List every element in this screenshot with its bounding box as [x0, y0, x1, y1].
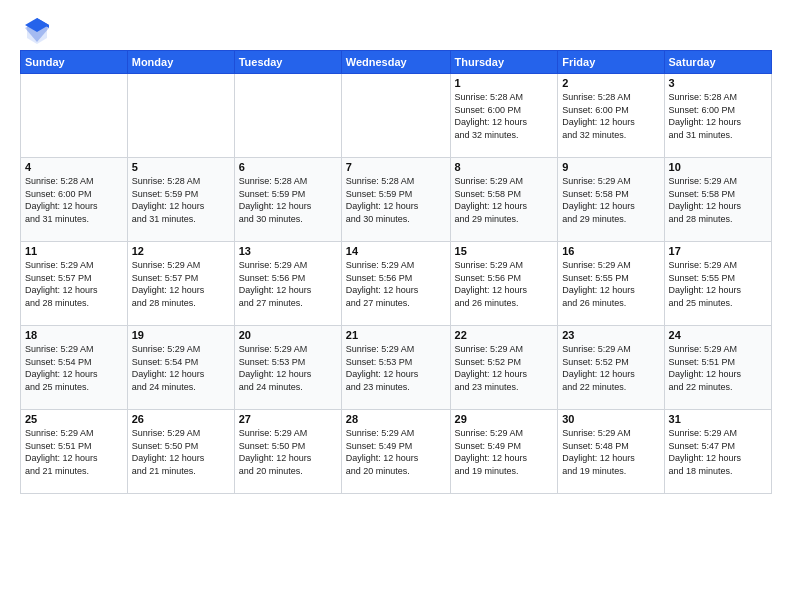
day-number: 10 — [669, 161, 767, 173]
calendar-cell: 26Sunrise: 5:29 AM Sunset: 5:50 PM Dayli… — [127, 410, 234, 494]
day-number: 28 — [346, 413, 446, 425]
day-info: Sunrise: 5:28 AM Sunset: 5:59 PM Dayligh… — [239, 175, 337, 225]
day-number: 19 — [132, 329, 230, 341]
week-row-3: 11Sunrise: 5:29 AM Sunset: 5:57 PM Dayli… — [21, 242, 772, 326]
day-number: 21 — [346, 329, 446, 341]
week-row-5: 25Sunrise: 5:29 AM Sunset: 5:51 PM Dayli… — [21, 410, 772, 494]
week-row-2: 4Sunrise: 5:28 AM Sunset: 6:00 PM Daylig… — [21, 158, 772, 242]
calendar-cell: 6Sunrise: 5:28 AM Sunset: 5:59 PM Daylig… — [234, 158, 341, 242]
day-number: 2 — [562, 77, 659, 89]
calendar-cell: 15Sunrise: 5:29 AM Sunset: 5:56 PM Dayli… — [450, 242, 558, 326]
calendar-cell: 10Sunrise: 5:29 AM Sunset: 5:58 PM Dayli… — [664, 158, 771, 242]
day-number: 26 — [132, 413, 230, 425]
day-number: 30 — [562, 413, 659, 425]
day-number: 17 — [669, 245, 767, 257]
day-info: Sunrise: 5:29 AM Sunset: 5:53 PM Dayligh… — [239, 343, 337, 393]
day-info: Sunrise: 5:29 AM Sunset: 5:58 PM Dayligh… — [455, 175, 554, 225]
day-info: Sunrise: 5:29 AM Sunset: 5:50 PM Dayligh… — [239, 427, 337, 477]
calendar-cell: 1Sunrise: 5:28 AM Sunset: 6:00 PM Daylig… — [450, 74, 558, 158]
day-info: Sunrise: 5:29 AM Sunset: 5:53 PM Dayligh… — [346, 343, 446, 393]
day-info: Sunrise: 5:29 AM Sunset: 5:48 PM Dayligh… — [562, 427, 659, 477]
week-row-1: 1Sunrise: 5:28 AM Sunset: 6:00 PM Daylig… — [21, 74, 772, 158]
day-info: Sunrise: 5:29 AM Sunset: 5:56 PM Dayligh… — [455, 259, 554, 309]
day-info: Sunrise: 5:29 AM Sunset: 5:55 PM Dayligh… — [669, 259, 767, 309]
calendar-cell: 3Sunrise: 5:28 AM Sunset: 6:00 PM Daylig… — [664, 74, 771, 158]
calendar-cell: 30Sunrise: 5:29 AM Sunset: 5:48 PM Dayli… — [558, 410, 664, 494]
day-number: 15 — [455, 245, 554, 257]
day-number: 23 — [562, 329, 659, 341]
day-number: 18 — [25, 329, 123, 341]
day-info: Sunrise: 5:29 AM Sunset: 5:54 PM Dayligh… — [25, 343, 123, 393]
calendar-cell: 18Sunrise: 5:29 AM Sunset: 5:54 PM Dayli… — [21, 326, 128, 410]
day-number: 4 — [25, 161, 123, 173]
day-number: 6 — [239, 161, 337, 173]
calendar-cell: 20Sunrise: 5:29 AM Sunset: 5:53 PM Dayli… — [234, 326, 341, 410]
weekday-header-tuesday: Tuesday — [234, 51, 341, 74]
page-header — [20, 16, 772, 40]
calendar-cell: 11Sunrise: 5:29 AM Sunset: 5:57 PM Dayli… — [21, 242, 128, 326]
calendar-cell: 2Sunrise: 5:28 AM Sunset: 6:00 PM Daylig… — [558, 74, 664, 158]
day-info: Sunrise: 5:28 AM Sunset: 6:00 PM Dayligh… — [455, 91, 554, 141]
day-number: 25 — [25, 413, 123, 425]
day-number: 11 — [25, 245, 123, 257]
calendar-cell: 29Sunrise: 5:29 AM Sunset: 5:49 PM Dayli… — [450, 410, 558, 494]
weekday-header-wednesday: Wednesday — [341, 51, 450, 74]
calendar-cell: 14Sunrise: 5:29 AM Sunset: 5:56 PM Dayli… — [341, 242, 450, 326]
calendar-cell — [234, 74, 341, 158]
calendar-cell: 5Sunrise: 5:28 AM Sunset: 5:59 PM Daylig… — [127, 158, 234, 242]
calendar-cell — [341, 74, 450, 158]
day-info: Sunrise: 5:29 AM Sunset: 5:50 PM Dayligh… — [132, 427, 230, 477]
day-info: Sunrise: 5:29 AM Sunset: 5:52 PM Dayligh… — [455, 343, 554, 393]
weekday-header-sunday: Sunday — [21, 51, 128, 74]
calendar-cell: 8Sunrise: 5:29 AM Sunset: 5:58 PM Daylig… — [450, 158, 558, 242]
day-info: Sunrise: 5:29 AM Sunset: 5:55 PM Dayligh… — [562, 259, 659, 309]
week-row-4: 18Sunrise: 5:29 AM Sunset: 5:54 PM Dayli… — [21, 326, 772, 410]
day-info: Sunrise: 5:28 AM Sunset: 6:00 PM Dayligh… — [562, 91, 659, 141]
day-number: 14 — [346, 245, 446, 257]
calendar-cell: 31Sunrise: 5:29 AM Sunset: 5:47 PM Dayli… — [664, 410, 771, 494]
calendar-cell: 16Sunrise: 5:29 AM Sunset: 5:55 PM Dayli… — [558, 242, 664, 326]
day-info: Sunrise: 5:29 AM Sunset: 5:57 PM Dayligh… — [25, 259, 123, 309]
calendar-cell: 28Sunrise: 5:29 AM Sunset: 5:49 PM Dayli… — [341, 410, 450, 494]
day-info: Sunrise: 5:29 AM Sunset: 5:49 PM Dayligh… — [455, 427, 554, 477]
day-info: Sunrise: 5:29 AM Sunset: 5:49 PM Dayligh… — [346, 427, 446, 477]
calendar-cell: 12Sunrise: 5:29 AM Sunset: 5:57 PM Dayli… — [127, 242, 234, 326]
day-info: Sunrise: 5:29 AM Sunset: 5:54 PM Dayligh… — [132, 343, 230, 393]
day-number: 12 — [132, 245, 230, 257]
calendar-cell: 23Sunrise: 5:29 AM Sunset: 5:52 PM Dayli… — [558, 326, 664, 410]
weekday-header-friday: Friday — [558, 51, 664, 74]
weekday-header-saturday: Saturday — [664, 51, 771, 74]
day-number: 13 — [239, 245, 337, 257]
day-number: 3 — [669, 77, 767, 89]
day-info: Sunrise: 5:29 AM Sunset: 5:56 PM Dayligh… — [346, 259, 446, 309]
day-number: 5 — [132, 161, 230, 173]
day-info: Sunrise: 5:28 AM Sunset: 6:00 PM Dayligh… — [669, 91, 767, 141]
day-number: 7 — [346, 161, 446, 173]
calendar-cell: 22Sunrise: 5:29 AM Sunset: 5:52 PM Dayli… — [450, 326, 558, 410]
calendar-cell: 13Sunrise: 5:29 AM Sunset: 5:56 PM Dayli… — [234, 242, 341, 326]
day-info: Sunrise: 5:28 AM Sunset: 5:59 PM Dayligh… — [346, 175, 446, 225]
weekday-header-row: SundayMondayTuesdayWednesdayThursdayFrid… — [21, 51, 772, 74]
calendar-cell — [21, 74, 128, 158]
day-number: 31 — [669, 413, 767, 425]
calendar-cell: 9Sunrise: 5:29 AM Sunset: 5:58 PM Daylig… — [558, 158, 664, 242]
calendar-cell: 19Sunrise: 5:29 AM Sunset: 5:54 PM Dayli… — [127, 326, 234, 410]
day-info: Sunrise: 5:29 AM Sunset: 5:51 PM Dayligh… — [669, 343, 767, 393]
day-info: Sunrise: 5:29 AM Sunset: 5:51 PM Dayligh… — [25, 427, 123, 477]
day-number: 24 — [669, 329, 767, 341]
calendar-cell: 24Sunrise: 5:29 AM Sunset: 5:51 PM Dayli… — [664, 326, 771, 410]
calendar-cell: 17Sunrise: 5:29 AM Sunset: 5:55 PM Dayli… — [664, 242, 771, 326]
day-info: Sunrise: 5:28 AM Sunset: 6:00 PM Dayligh… — [25, 175, 123, 225]
weekday-header-monday: Monday — [127, 51, 234, 74]
day-info: Sunrise: 5:29 AM Sunset: 5:57 PM Dayligh… — [132, 259, 230, 309]
calendar-cell — [127, 74, 234, 158]
calendar-cell: 27Sunrise: 5:29 AM Sunset: 5:50 PM Dayli… — [234, 410, 341, 494]
day-info: Sunrise: 5:29 AM Sunset: 5:58 PM Dayligh… — [562, 175, 659, 225]
weekday-header-thursday: Thursday — [450, 51, 558, 74]
day-number: 16 — [562, 245, 659, 257]
day-number: 20 — [239, 329, 337, 341]
day-number: 29 — [455, 413, 554, 425]
calendar-cell: 4Sunrise: 5:28 AM Sunset: 6:00 PM Daylig… — [21, 158, 128, 242]
day-number: 22 — [455, 329, 554, 341]
day-info: Sunrise: 5:29 AM Sunset: 5:52 PM Dayligh… — [562, 343, 659, 393]
